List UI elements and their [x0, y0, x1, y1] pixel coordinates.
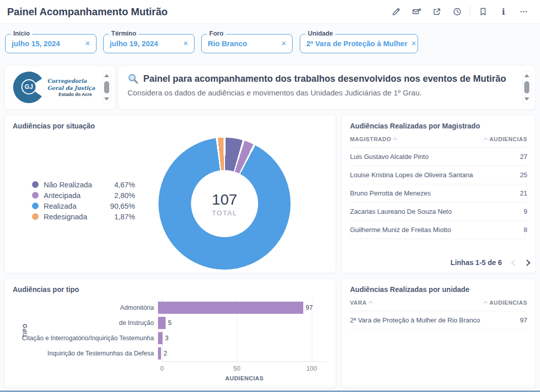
- scroll-down-icon[interactable]: [104, 97, 109, 101]
- bar[interactable]: [158, 302, 303, 314]
- x-axis-ticks: 050100: [162, 365, 327, 373]
- legend-item[interactable]: Não Realizada4,67%: [32, 179, 135, 190]
- table-body: 2ª Vara de Proteção à Mulher de Rio Bran…: [342, 311, 535, 330]
- table-pagination: Linhas 1-5 de 6: [451, 258, 529, 267]
- table-row[interactable]: Zacarias Laureano De Souza Neto9: [350, 203, 527, 221]
- table-row[interactable]: 2ª Vara de Proteção à Mulher de Rio Bran…: [350, 311, 527, 330]
- filter-foro[interactable]: Foro Rio Branco ×: [201, 34, 293, 53]
- table-header: MAGISTRADO AUDIENCIAS: [350, 136, 527, 148]
- filter-value: julho 15, 2024: [12, 40, 60, 48]
- column-header-audiencias[interactable]: AUDIENCIAS: [482, 300, 527, 306]
- magistrado-table-card: Audiências Realizadas por Magistrado MAG…: [341, 115, 536, 273]
- bar[interactable]: [158, 332, 163, 344]
- description-card: Painel para acompanhamento dos trabalhos…: [118, 65, 536, 110]
- x-axis-label: AUDIENCIAS: [162, 375, 327, 381]
- prev-page-icon[interactable]: [511, 259, 518, 266]
- filter-label: Início: [11, 30, 33, 37]
- donut-total-value: 107: [212, 191, 237, 208]
- table-body: Luis Gustavo Alcalde Pinto27Louise Krist…: [342, 148, 535, 239]
- org-name: Corregedoria Geral da Justiça: [47, 78, 103, 91]
- sort-caret-icon: [369, 301, 373, 305]
- donut-center: 107 TOTAL: [191, 170, 258, 237]
- filter-bar: Início julho 15, 2024 × Término julho 19…: [0, 24, 540, 60]
- legend-item[interactable]: Antecipada2,80%: [32, 190, 135, 201]
- dashboard-header: Painel Acompanhamento Mutirão i: [0, 0, 540, 24]
- filter-value: 2ª Vara de Proteção à Mulher: [306, 40, 407, 48]
- legend-dot-icon: [32, 203, 39, 209]
- logo-card: GJ Corregedoria Geral da Justiça Estado …: [4, 65, 116, 110]
- table-row[interactable]: Luis Gustavo Alcalde Pinto27: [350, 148, 527, 166]
- clear-filter-icon[interactable]: ×: [183, 39, 188, 48]
- bar[interactable]: [158, 317, 166, 329]
- card-title: Audiências Realizadas por unidade: [342, 279, 535, 293]
- header-divider: [470, 6, 470, 17]
- donut-total-label: TOTAL: [212, 209, 237, 217]
- card-scrollbar: [102, 71, 111, 104]
- edit-pencil-icon[interactable]: [386, 4, 406, 19]
- card-scrollbar: [522, 71, 531, 104]
- table-row[interactable]: Bruno Perrotta de Menezes21: [350, 184, 527, 203]
- donut-legend: Não Realizada4,67%Antecipada2,80%Realiza…: [32, 179, 135, 222]
- card-title: Audiências Realizadas por Magistrado: [342, 115, 535, 130]
- description-subtitle: Considera os dados de audiências e movim…: [118, 84, 535, 97]
- bar-chart-card: Audiências por tipo TIPO Admonitória97de…: [4, 278, 336, 388]
- card-title: Audiências por situação: [5, 115, 336, 130]
- bar-row: Citação e Interrogatório/Inquirição Test…: [13, 331, 328, 346]
- subscriptions-icon[interactable]: [406, 4, 427, 19]
- legend-item[interactable]: Redesignada1,87%: [32, 211, 135, 222]
- scroll-thumb[interactable]: [104, 81, 109, 93]
- scroll-up-icon[interactable]: [104, 74, 109, 77]
- card-title: Audiências por tipo: [5, 279, 336, 293]
- legend-dot-icon: [32, 192, 39, 199]
- legend-item[interactable]: Realizada90,65%: [32, 201, 135, 211]
- clear-filter-icon[interactable]: ×: [411, 39, 416, 48]
- bar-row: Inquirição de Testemunhas da Defesa2: [13, 346, 328, 361]
- column-header-audiencias[interactable]: AUDIENCIAS: [482, 136, 527, 142]
- bar-row: de Instrução5: [13, 315, 328, 331]
- filter-label: Foro: [207, 30, 226, 37]
- column-header-vara[interactable]: VARA: [350, 300, 375, 306]
- filter-unidade[interactable]: Unidade 2ª Vara de Proteção à Mulher ×: [300, 34, 418, 53]
- filter-label: Unidade: [305, 30, 335, 37]
- bar-chart: Admonitória97de Instrução5Citação e Inte…: [13, 298, 328, 381]
- header-actions: i: [386, 4, 534, 19]
- table-row[interactable]: Louise Kristina Lopes de Oliveira Santan…: [350, 166, 527, 184]
- bar-row: Admonitória97: [13, 300, 328, 315]
- legend-dot-icon: [32, 181, 39, 188]
- filter-termino[interactable]: Término julho 19, 2024 ×: [103, 34, 195, 53]
- column-header-magistrado[interactable]: MAGISTRADO: [350, 136, 399, 142]
- pagination-label: Linhas 1-5 de 6: [451, 258, 502, 267]
- donut-chart[interactable]: 107 TOTAL: [158, 138, 291, 270]
- info-icon[interactable]: i: [493, 4, 514, 19]
- history-icon[interactable]: [447, 4, 467, 19]
- scroll-thumb[interactable]: [524, 81, 529, 93]
- filter-label: Término: [109, 30, 139, 37]
- logo-monogram: GJ: [21, 79, 37, 94]
- cgj-logo: GJ: [13, 71, 45, 104]
- sort-caret-icon: [483, 138, 487, 142]
- table-header: VARA AUDIENCIAS: [350, 300, 527, 311]
- sort-caret-icon: [483, 301, 487, 305]
- legend-dot-icon: [32, 213, 39, 220]
- donut-chart-card: Audiências por situação Não Realizada4,6…: [4, 115, 336, 273]
- clear-filter-icon[interactable]: ×: [85, 39, 90, 48]
- filter-inicio[interactable]: Início julho 15, 2024 ×: [5, 34, 97, 53]
- more-options-icon[interactable]: [514, 4, 534, 19]
- page-title: Painel Acompanhamento Mutirão: [7, 6, 168, 18]
- next-page-icon[interactable]: [524, 259, 530, 266]
- bookmark-icon[interactable]: [473, 4, 493, 19]
- scroll-down-icon[interactable]: [524, 97, 529, 101]
- bar[interactable]: [158, 347, 161, 360]
- filter-value: julho 19, 2024: [110, 40, 158, 48]
- description-title: Painel para acompanhamento dos trabalhos…: [118, 66, 535, 84]
- scroll-up-icon[interactable]: [524, 74, 529, 77]
- clear-filter-icon[interactable]: ×: [281, 39, 286, 48]
- filter-value: Rio Branco: [208, 40, 247, 48]
- magnifier-icon: [128, 73, 139, 84]
- table-row[interactable]: Guilherme Muniz de Freitas Miotto8: [350, 221, 527, 239]
- sort-caret-icon: [393, 138, 397, 142]
- sharing-icon[interactable]: [427, 4, 447, 19]
- unidade-table-card: Audiências Realizadas por unidade VARA A…: [341, 278, 536, 388]
- org-subtitle: Estado do Acre: [47, 92, 103, 97]
